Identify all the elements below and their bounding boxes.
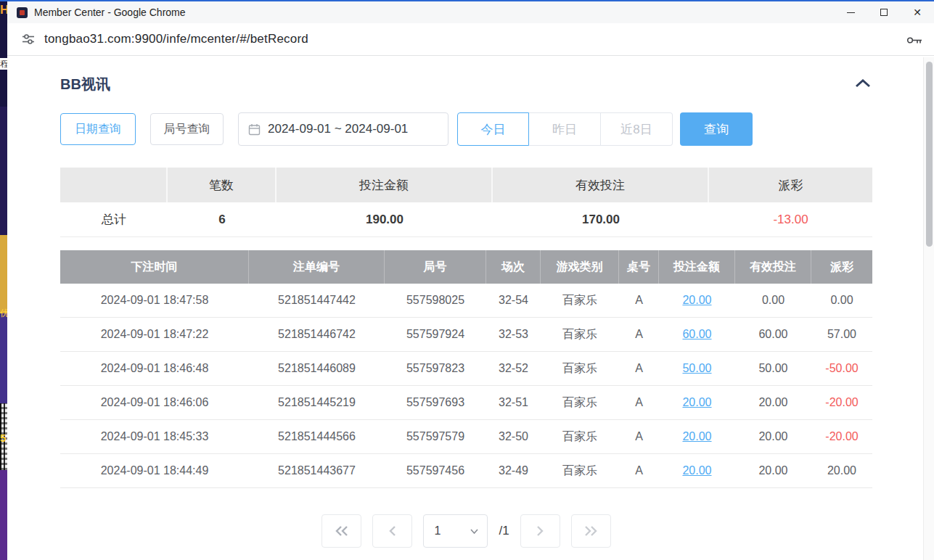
bet-amount-link[interactable]: 20.00	[659, 386, 735, 419]
cell-order: 521851446089	[249, 352, 385, 385]
minimize-button[interactable]	[834, 1, 867, 23]
cell-round: 557597579	[385, 420, 486, 453]
cell-payout: 0.00	[811, 284, 872, 317]
column-header-round: 局号	[385, 250, 486, 284]
double-chevron-left-icon	[335, 525, 349, 537]
cell-table: A	[619, 454, 659, 487]
cell-session: 32-52	[486, 352, 541, 385]
page-total: /1	[499, 524, 509, 538]
page-select[interactable]: 1	[423, 514, 488, 548]
cell-round: 557597924	[385, 318, 486, 351]
background-fragment: 优	[0, 308, 7, 318]
last-page-button[interactable]	[571, 514, 611, 548]
cell-time: 2024-09-01 18:47:22	[60, 318, 249, 351]
cell-valid: 60.00	[735, 318, 811, 351]
pagination: 1 /1	[60, 514, 872, 548]
table-row: 2024-09-01 18:46:48 521851446089 5575978…	[60, 352, 872, 386]
window-title: Member Center - Google Chrome	[34, 7, 186, 18]
window-accent-border	[0, 0, 934, 1]
table-row: 2024-09-01 18:47:22 521851446742 5575979…	[60, 318, 872, 352]
cell-order: 521851443677	[249, 454, 385, 487]
minimize-icon	[847, 12, 855, 13]
summary-bet-value: 190.00	[276, 202, 493, 236]
cell-session: 32-53	[486, 318, 541, 351]
bet-amount-link[interactable]: 20.00	[659, 284, 735, 317]
cell-session: 32-51	[486, 386, 541, 419]
table-row: 2024-09-01 18:45:33 521851444566 5575975…	[60, 420, 872, 454]
column-header-table: 桌号	[619, 250, 659, 284]
bet-amount-link[interactable]: 60.00	[659, 318, 735, 351]
table-header-row: 下注时间 注单编号 局号 场次 游戏类别 桌号 投注金额 有效投注 派彩	[60, 250, 872, 284]
scrollbar-thumb[interactable]	[926, 62, 933, 247]
yesterday-button[interactable]: 昨日	[529, 112, 601, 146]
prev-page-button[interactable]	[372, 514, 412, 548]
window-controls: ✕	[834, 1, 934, 23]
bet-amount-link[interactable]: 50.00	[659, 352, 735, 385]
today-button[interactable]: 今日	[457, 112, 529, 146]
cell-time: 2024-09-01 18:44:49	[60, 454, 249, 487]
cell-game: 百家乐	[541, 352, 619, 385]
bet-record-page: BB视讯 日期查询 局号查询 2024-09-01 ~ 2024-09-01 今…	[7, 57, 934, 560]
screen: H 程 优 5 Member Center - Google Chrome ✕	[0, 0, 934, 560]
url-text[interactable]: tongbao31.com:9900/infe/mcenter/#/betRec…	[44, 32, 308, 46]
column-header-time: 下注时间	[60, 250, 249, 284]
cell-payout: -50.00	[811, 352, 872, 385]
column-header-valid: 有效投注	[735, 250, 811, 284]
next-page-button[interactable]	[520, 514, 560, 548]
summary-header-blank	[60, 168, 168, 202]
column-header-order: 注单编号	[249, 250, 385, 284]
close-button[interactable]: ✕	[901, 1, 934, 23]
chevron-left-icon	[388, 525, 397, 537]
page-title: BB视讯	[60, 75, 110, 94]
window-titlebar[interactable]: Member Center - Google Chrome ✕	[7, 1, 934, 23]
cell-table: A	[619, 352, 659, 385]
background-fragment: H	[0, 4, 7, 16]
cell-game: 百家乐	[541, 318, 619, 351]
cell-order: 521851445219	[249, 386, 385, 419]
cell-order: 521851444566	[249, 420, 385, 453]
cell-session: 32-49	[486, 454, 541, 487]
cell-table: A	[619, 386, 659, 419]
cell-valid: 20.00	[735, 420, 811, 453]
password-key-icon[interactable]	[906, 35, 922, 48]
summary-header-payout: 派彩	[709, 168, 872, 202]
site-settings-tune-icon[interactable]	[18, 33, 38, 46]
cell-valid: 20.00	[735, 386, 811, 419]
bet-amount-link[interactable]: 20.00	[659, 420, 735, 453]
date-query-tab[interactable]: 日期查询	[60, 113, 136, 145]
table-row: 2024-09-01 18:47:58 521851447442 5575980…	[60, 284, 872, 318]
browser-urlbar[interactable]: tongbao31.com:9900/infe/mcenter/#/betRec…	[7, 23, 934, 56]
cell-round: 557597693	[385, 386, 486, 419]
page-scrollbar[interactable]	[923, 57, 934, 560]
column-header-payout: 派彩	[811, 250, 872, 284]
summary-header-valid: 有效投注	[493, 168, 709, 202]
double-chevron-right-icon	[583, 525, 598, 537]
search-button[interactable]: 查询	[680, 112, 753, 146]
cell-game: 百家乐	[541, 420, 619, 453]
cell-time: 2024-09-01 18:46:06	[60, 386, 249, 419]
quick-date-group: 今日 昨日 近8日	[457, 112, 673, 146]
app-icon	[17, 7, 28, 18]
page-select-value: 1	[434, 524, 441, 538]
maximize-button[interactable]	[867, 1, 901, 23]
cell-session: 32-54	[486, 284, 541, 317]
bet-record-table: 下注时间 注单编号 局号 场次 游戏类别 桌号 投注金额 有效投注 派彩 202…	[60, 250, 872, 488]
browser-window: Member Center - Google Chrome ✕ tongbao3…	[7, 1, 934, 560]
table-row: 2024-09-01 18:46:06 521851445219 5575976…	[60, 386, 872, 420]
date-range-input[interactable]: 2024-09-01 ~ 2024-09-01	[238, 112, 448, 146]
round-query-tab[interactable]: 局号查询	[150, 113, 224, 145]
cell-valid: 20.00	[735, 454, 811, 487]
bet-amount-link[interactable]: 20.00	[659, 454, 735, 487]
maximize-icon	[880, 9, 888, 16]
summary-count-value: 6	[168, 202, 276, 236]
last8days-button[interactable]: 近8日	[601, 112, 673, 146]
cell-round: 557597456	[385, 454, 486, 487]
filter-toolbar: 日期查询 局号查询 2024-09-01 ~ 2024-09-01 今日 昨日 …	[60, 112, 872, 146]
cell-game: 百家乐	[541, 284, 619, 317]
first-page-button[interactable]	[321, 514, 361, 548]
collapse-section-button[interactable]	[853, 75, 872, 94]
summary-header-count: 笔数	[168, 168, 276, 202]
summary-header-bet: 投注金额	[276, 168, 493, 202]
cell-session: 32-50	[486, 420, 541, 453]
close-icon: ✕	[913, 7, 922, 18]
